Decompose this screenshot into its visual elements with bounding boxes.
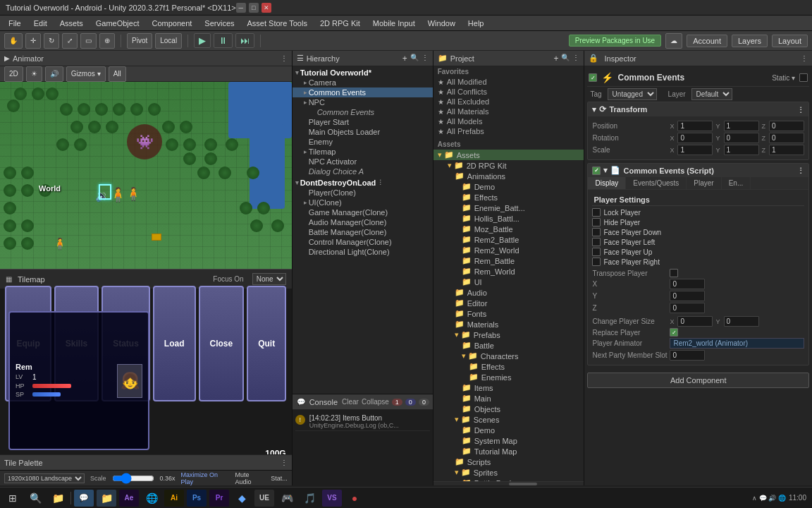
proj-folder-rem2battle[interactable]: 📁 Rem2_Battle [433, 234, 584, 245]
all-button[interactable]: All [109, 66, 126, 82]
proj-folder-prefabs[interactable]: ▾ 📁 Prefabs [433, 329, 584, 340]
audio-button[interactable]: 🔊 [45, 66, 63, 82]
active-checkbox[interactable] [589, 73, 597, 82]
animator-menu[interactable]: ⋮ [281, 54, 288, 62]
hierarchy-item-tilemap[interactable]: ▸Tilemap [293, 147, 433, 157]
taskbar-pr[interactable]: Pr [209, 490, 229, 507]
menu-assetstoretools[interactable]: Asset Store Tools [242, 18, 313, 29]
taskbar-search[interactable]: 🔍 [25, 490, 45, 507]
rot-y-input[interactable] [724, 133, 759, 143]
collapse-button[interactable]: Collapse [362, 398, 389, 406]
proj-folder-mozbattle[interactable]: 📁 Moz_Battle [433, 224, 584, 234]
hierarchy-item-enemy[interactable]: ▸Enemy [293, 137, 433, 147]
hierarchy-search[interactable]: 🔍 [410, 54, 419, 64]
proj-fav-allmaterials[interactable]: ★ All Materials [433, 107, 584, 116]
hierarchy-root[interactable]: ▾ Tutorial Overworld* [293, 68, 433, 78]
2d-button[interactable]: 2D [4, 66, 23, 82]
face-left-checkbox[interactable] [592, 238, 601, 246]
pivot-button[interactable]: Pivot [127, 33, 152, 49]
play-button[interactable]: ▶ [194, 33, 211, 48]
proj-folder-hollisbattle[interactable]: 📁 Hollis_Battl... [433, 213, 584, 224]
taskbar-ps[interactable]: Ps [187, 490, 207, 507]
transform-header[interactable]: ▾ ⟳ Transform ⋮ [588, 102, 808, 116]
rot-x-input[interactable] [677, 133, 713, 143]
project-add[interactable]: + [553, 54, 558, 64]
hierarchy-item-npcactivator[interactable]: ▸NPC Activator [293, 157, 433, 167]
preview-packages-button[interactable]: Preview Packages in Use [569, 35, 661, 47]
taskbar-music[interactable]: 🎵 [300, 490, 319, 507]
pos-x-input[interactable] [677, 121, 713, 131]
scale-slider[interactable] [112, 475, 154, 482]
inspector-menu[interactable]: ⋮ [801, 54, 808, 62]
tab-player[interactable]: Player [687, 177, 721, 189]
dontdestroy-menu[interactable]: ⋮ [377, 179, 383, 186]
proj-fav-allmodels[interactable]: ★ All Models [433, 116, 584, 126]
maximize-button[interactable]: □ [249, 3, 259, 13]
menu-services[interactable]: Services [199, 18, 240, 29]
transpose-z-input[interactable] [670, 303, 705, 313]
proj-folder-animations[interactable]: 📁 Animations [433, 171, 584, 181]
proj-assets-2drpgkit[interactable]: ▾ 📁 2D RPG Kit [433, 160, 584, 171]
hierarchy-item-audiomanagerclone[interactable]: ▸Audio Manager(Clone) [293, 217, 433, 227]
scale-tool[interactable]: ⤢ [62, 33, 78, 49]
taskbar-diamond[interactable]: ◆ [232, 490, 252, 507]
transpose-checkbox[interactable] [670, 269, 678, 277]
proj-folder-systemmap[interactable]: 📁 System Map [433, 435, 584, 446]
transform-menu[interactable]: ⋮ [797, 106, 804, 114]
console-entry[interactable]: ! [14:02:23] Items Button UnityEngine.De… [295, 413, 430, 431]
transpose-y-input[interactable] [670, 291, 705, 301]
hierarchy-item-dontdestroyonload[interactable]: ▾ DontDestroyOnLoad ⋮ [293, 178, 433, 188]
resolution-select[interactable]: 1920x1080 Landscape [4, 473, 85, 483]
static-checkbox[interactable] [799, 73, 808, 82]
proj-assets-root[interactable]: ▾ 📁 Assets [433, 150, 584, 160]
minimize-button[interactable]: ─ [236, 3, 246, 13]
hierarchy-item-gamemanagerclone[interactable]: ▸Game Manager(Clone) [293, 207, 433, 217]
replace-player-checkbox[interactable] [670, 328, 678, 337]
proj-fav-allexcluded[interactable]: ★ All Excluded [433, 97, 584, 107]
proj-folder-materials[interactable]: 📁 Materials [433, 319, 584, 329]
scale-x-input[interactable] [677, 145, 713, 155]
menu-window[interactable]: Window [422, 18, 461, 29]
hierarchy-item-mainobjectsloader[interactable]: ▸Main Objects Loader [293, 127, 433, 137]
transpose-x-input[interactable] [670, 279, 705, 289]
proj-folder-remworld[interactable]: 📁 Rem_World [433, 266, 584, 277]
proj-fav-allprefabs[interactable]: ★ All Prefabs [433, 126, 584, 136]
face-right-checkbox[interactable] [592, 258, 601, 266]
hierarchy-item-dialogchoice[interactable]: ▸Dialog Choice A [293, 167, 433, 176]
proj-folder-items[interactable]: 📁 Items [433, 382, 584, 393]
taskbar-start[interactable]: ⊞ [3, 490, 23, 507]
hierarchy-item-directionallightclone[interactable]: ▸Directional Light(Clone) [293, 247, 433, 257]
menu-2drpgkit[interactable]: 2D RPG Kit [314, 18, 366, 29]
taskbar-game[interactable]: 🎮 [277, 490, 297, 507]
layers-button[interactable]: Layers [732, 35, 768, 47]
pos-z-input[interactable] [769, 121, 804, 131]
pos-y-input[interactable] [724, 121, 759, 131]
maximize-on-play[interactable]: Maximize On Play [181, 471, 230, 485]
taskbar-chat[interactable]: 💬 [74, 490, 94, 507]
rot-z-input[interactable] [769, 133, 804, 143]
proj-folder-scenes[interactable]: ▾ 📁 Scenes [433, 414, 584, 425]
step-button[interactable]: ⏭ [235, 33, 254, 48]
mute-audio[interactable]: Mute Audio [235, 471, 265, 485]
menu-file[interactable]: File [3, 18, 27, 29]
load-button[interactable]: Load [153, 286, 196, 401]
move-tool[interactable]: ✛ [25, 33, 41, 49]
collab-button[interactable]: ☁ [665, 33, 682, 49]
project-scrollbar[interactable] [433, 481, 584, 485]
tab-eventsquests[interactable]: Events/Quests [626, 177, 687, 189]
hierarchy-menu[interactable]: ⋮ [422, 54, 429, 64]
hierarchy-item-commonevents2[interactable]: ▸Common Events [293, 107, 433, 117]
proj-folder-demo2[interactable]: 📁 Demo [433, 425, 584, 435]
hierarchy-item-playerstart[interactable]: ▸Player Start [293, 117, 433, 127]
add-component-button[interactable]: Add Component [587, 373, 809, 388]
gizmos-button[interactable]: Gizmos ▾ [66, 66, 106, 82]
rotate-tool[interactable]: ↻ [44, 33, 59, 49]
next-party-input[interactable] [670, 350, 705, 361]
hierarchy-item-npc[interactable]: ▸NPC [293, 97, 433, 107]
proj-folder-demo[interactable]: 📁 Demo [433, 181, 584, 192]
script-menu[interactable]: ⋮ [797, 167, 804, 174]
taskbar-explorer[interactable]: 📁 [48, 490, 68, 507]
proj-folder-effects2[interactable]: 📁 Effects [433, 361, 584, 372]
proj-fav-allmodified[interactable]: ★ All Modified [433, 77, 584, 87]
proj-folder-ui[interactable]: 📁 UI [433, 277, 584, 287]
